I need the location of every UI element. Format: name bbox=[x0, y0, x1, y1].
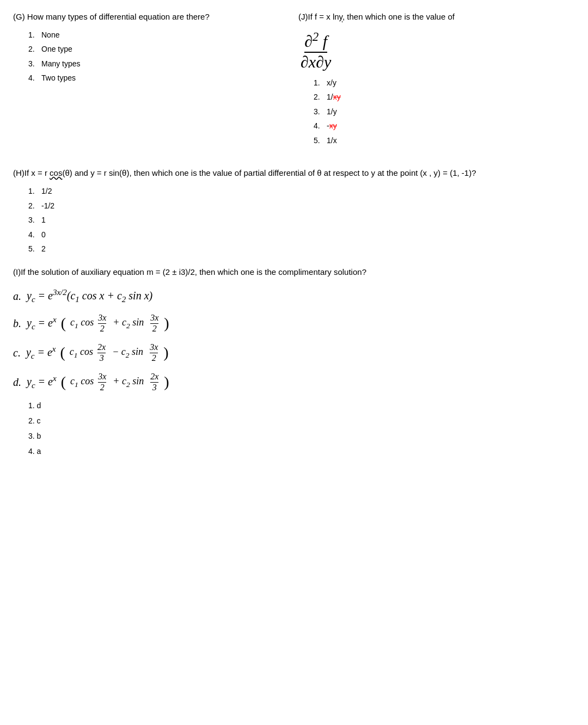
fraction-denominator: ∂x∂y bbox=[301, 53, 331, 71]
option-b-row: b. yc = ex ( c1 cos 3x 2 + c2 sin 3x 2 ) bbox=[13, 313, 575, 334]
list-item: 4. a bbox=[28, 444, 575, 459]
option-d-label: d. bbox=[13, 376, 21, 389]
option-b-frac1: 3x 2 bbox=[98, 313, 106, 334]
list-item: 1. d bbox=[28, 398, 575, 413]
option-a-row: a. yc = e3x/2(c1 cos x + c2 sin x) bbox=[13, 288, 575, 304]
question-i-answers: 1. d 2. c 3. b 4. a bbox=[13, 398, 575, 459]
partial-derivative-fraction: ∂2 f ∂x∂y bbox=[301, 30, 331, 71]
list-item: 5. 2 bbox=[28, 242, 575, 256]
list-item: 1. None bbox=[28, 28, 290, 42]
list-item: 4. 0 bbox=[28, 228, 575, 242]
fraction-numerator: ∂2 f bbox=[304, 30, 327, 53]
list-item: 3. 1 bbox=[28, 213, 575, 228]
option-b-frac2: 3x 2 bbox=[150, 313, 158, 334]
list-item: 2. 1/xy bbox=[314, 90, 575, 105]
question-j-options: 1. x/y 2. 1/xy 3. 1/y 4. -xy 5. 1/x bbox=[298, 76, 575, 148]
list-item: 3. b bbox=[28, 428, 575, 444]
option-d-frac1: 3x 2 bbox=[98, 372, 106, 392]
option-a-formula: yc = e3x/2(c1 cos x + c2 sin x) bbox=[27, 288, 152, 304]
list-item: 5. 1/x bbox=[314, 133, 575, 148]
question-h-text: (H)If x = r cos(θ) and y = r sin(θ), the… bbox=[13, 167, 575, 180]
option-c-frac1: 2x 3 bbox=[97, 342, 106, 363]
question-g-block: (G) How many types of differential equat… bbox=[13, 11, 290, 148]
list-item: 1. x/y bbox=[314, 76, 575, 90]
question-j-text: (J)If f = x lny, then which one is the v… bbox=[298, 11, 575, 23]
option-d-formula: yc = ex bbox=[27, 374, 57, 390]
list-item: 3. Many types bbox=[28, 57, 290, 71]
question-h-options: 1. 1/2 2. -1/2 3. 1 4. 0 5. 2 bbox=[13, 184, 575, 256]
option-d-frac2: 2x 3 bbox=[150, 372, 158, 392]
list-item: 3. 1/y bbox=[314, 105, 575, 119]
option-d-row: d. yc = ex ( c1 cos 3x 2 + c2 sin 2x 3 ) bbox=[13, 372, 575, 392]
question-j-label: (J)If f = x ln bbox=[298, 12, 339, 21]
list-item: 4. -xy bbox=[314, 119, 575, 133]
option-c-row: c. yc = ex ( c1 cos 2x 3 − c2 sin 3x 2 ) bbox=[13, 342, 575, 363]
list-item: 4. Two types bbox=[28, 71, 290, 85]
option-c-frac2: 3x 2 bbox=[150, 342, 158, 363]
list-item: 2. One type bbox=[28, 42, 290, 57]
list-item: 1. 1/2 bbox=[28, 184, 575, 199]
option-b-formula: yc = ex bbox=[27, 315, 57, 331]
option-b-label: b. bbox=[13, 317, 21, 330]
question-j-block: (J)If f = x lny, then which one is the v… bbox=[298, 11, 575, 148]
question-g-options: 1. None 2. One type 3. Many types 4. Two… bbox=[13, 28, 290, 85]
option-a-label: a. bbox=[13, 290, 21, 303]
question-i-block: (I)If the solution of auxiliary equation… bbox=[13, 266, 575, 459]
question-g-text: (G) How many types of differential equat… bbox=[13, 11, 290, 23]
question-i-text: (I)If the solution of auxiliary equation… bbox=[13, 266, 575, 279]
option-c-formula: yc = ex bbox=[26, 345, 56, 361]
option-c-label: c. bbox=[13, 347, 21, 359]
question-h-block: (H)If x = r cos(θ) and y = r sin(θ), the… bbox=[13, 167, 575, 256]
list-item: 2. c bbox=[28, 413, 575, 428]
list-item: 2. -1/2 bbox=[28, 199, 575, 213]
